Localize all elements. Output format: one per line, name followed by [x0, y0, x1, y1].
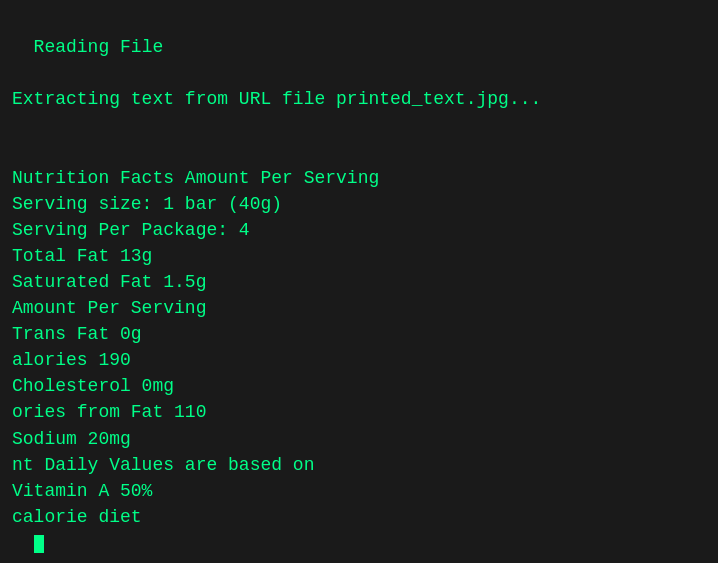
terminal-cursor: [34, 535, 44, 553]
terminal-text: Reading File Extracting text from URL fi…: [12, 37, 541, 527]
terminal-output: Reading File Extracting text from URL fi…: [12, 8, 706, 556]
